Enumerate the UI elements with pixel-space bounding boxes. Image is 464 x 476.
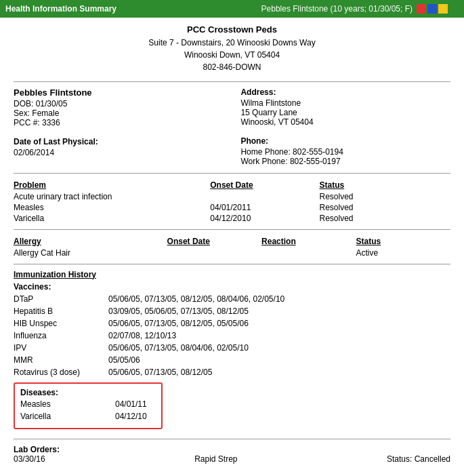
patient-addr1: Wilma Flintstone <box>240 98 450 108</box>
disease-date: 04/12/10 <box>115 412 147 421</box>
home-phone: Home Phone: 802-555-0194 <box>240 147 450 157</box>
col-header-allergy-status: Status <box>356 235 450 247</box>
table-row: Allergy Cat Hair Active <box>14 247 450 258</box>
patient-sex: Sex: Female <box>14 108 224 118</box>
diseases-box: Diseases: Measles 04/01/11 Varicella 04/… <box>14 382 163 429</box>
divider-3 <box>14 229 450 230</box>
lab-status: Status: Cancelled <box>387 454 450 464</box>
clinic-address2: Winooski Down, VT 05404 <box>14 49 450 61</box>
header-title: Health Information Summary <box>5 4 117 14</box>
color-boxes <box>417 4 459 14</box>
problem-onset: 04/12/2010 <box>210 213 319 224</box>
problems-table: Problem Onset Date Status Acute urinary … <box>14 179 450 224</box>
vaccine-dates: 05/06/05, 07/13/05, 08/12/05 <box>108 366 450 378</box>
divider-2 <box>14 173 450 174</box>
problem-name: Acute urinary tract infection <box>14 191 210 202</box>
color-box-blue <box>427 4 437 14</box>
list-item: Varicella 04/12/10 <box>20 412 156 421</box>
work-phone: Work Phone: 802-555-0197 <box>240 157 450 166</box>
patient-info: Pebbles Flintstone DOB: 01/30/05 Sex: Fe… <box>14 87 450 166</box>
vaccine-dates: 05/06/05, 07/13/05, 08/12/05, 05/05/06 <box>108 317 450 330</box>
last-physical: 02/06/2014 <box>14 148 224 157</box>
clinic-phone: 802-846-DOWN <box>14 61 450 73</box>
last-physical-label: Date of Last Physical: <box>14 137 224 146</box>
list-item: MMR 05/05/06 <box>14 354 450 366</box>
problem-name: Varicella <box>14 213 210 224</box>
col-header-onset: Onset Date <box>210 179 319 191</box>
disease-name: Measles <box>20 399 75 409</box>
list-item: IPV 05/06/05, 07/13/05, 08/04/06, 02/05/… <box>14 342 450 354</box>
problem-onset <box>210 191 319 202</box>
col-header-status: Status <box>320 179 451 191</box>
divider-4 <box>14 264 450 264</box>
lab-date: 03/30/16 <box>14 454 45 464</box>
disease-date: 04/01/11 <box>115 399 147 409</box>
problem-status: Resolved <box>320 202 451 213</box>
patient-left: Pebbles Flintstone DOB: 01/30/05 Sex: Fe… <box>14 87 224 166</box>
vaccine-name: Hepatitis B <box>14 305 108 317</box>
list-item: HIB Unspec 05/06/05, 07/13/05, 08/12/05,… <box>14 317 450 330</box>
list-item: Measles 04/01/11 <box>20 399 156 409</box>
table-row: Acute urinary tract infection Resolved <box>14 191 450 202</box>
col-header-problem: Problem <box>14 179 210 191</box>
clinic-info: PCC Crosstown Peds Suite 7 - Downstairs,… <box>14 23 450 73</box>
problem-onset: 04/01/2011 <box>210 202 319 213</box>
header-patient: Pebbles Flintstone (10 years; 01/30/05; … <box>261 4 413 14</box>
vaccines-sublabel: Vaccines: <box>14 282 450 292</box>
immunization-section: Immunization History Vaccines: DTaP 05/0… <box>14 270 450 433</box>
patient-addr3: Winooski, VT 05404 <box>240 117 450 127</box>
disease-name: Varicella <box>20 412 75 421</box>
color-box-green <box>449 4 459 14</box>
col-header-allergy-onset: Onset Date <box>167 235 261 247</box>
vaccine-name: Rotavirus (3 dose) <box>14 366 108 378</box>
immunization-title: Immunization History <box>14 270 450 279</box>
vaccine-name: HIB Unspec <box>14 317 108 330</box>
color-box-red <box>417 4 426 14</box>
list-item: Rotavirus (3 dose) 05/06/05, 07/13/05, 0… <box>14 366 450 378</box>
clinic-name: PCC Crosstown Peds <box>14 23 450 37</box>
patient-pcc: PCC #: 3336 <box>14 118 224 127</box>
color-box-yellow <box>438 4 448 14</box>
vaccine-dates: 02/07/08, 12/10/13 <box>108 330 450 342</box>
vaccine-name: MMR <box>14 354 108 366</box>
vaccine-dates: 05/05/06 <box>108 354 450 366</box>
lab-orders-section: Lab Orders: 03/30/16 Rapid Strep Status:… <box>14 445 450 464</box>
vaccines-table: DTaP 05/06/05, 07/13/05, 08/12/05, 08/04… <box>14 293 450 378</box>
list-item: 03/30/16 Rapid Strep Status: Cancelled <box>14 454 450 464</box>
list-item: DTaP 05/06/05, 07/13/05, 08/12/05, 08/04… <box>14 293 450 305</box>
problem-status: Resolved <box>320 191 451 202</box>
vaccine-name: Influenza <box>14 330 108 342</box>
col-header-allergy: Allergy <box>14 235 167 247</box>
table-row: Varicella 04/12/2010 Resolved <box>14 213 450 224</box>
main-content: PCC Crosstown Peds Suite 7 - Downstairs,… <box>0 18 464 469</box>
allergies-table: Allergy Onset Date Reaction Status Aller… <box>14 235 450 258</box>
vaccine-dates: 03/09/05, 05/06/05, 07/13/05, 08/12/05 <box>108 305 450 317</box>
problem-name: Measles <box>14 202 210 213</box>
patient-dob: DOB: 01/30/05 <box>14 99 224 108</box>
problem-status: Resolved <box>320 213 451 224</box>
address-label: Address: <box>240 87 450 97</box>
table-row: Measles 04/01/2011 Resolved <box>14 202 450 213</box>
patient-name: Pebbles Flintstone <box>14 87 224 98</box>
phone-label: Phone: <box>240 136 450 146</box>
allergy-onset <box>167 247 261 258</box>
list-item: Influenza 02/07/08, 12/10/13 <box>14 330 450 342</box>
vaccine-dates: 05/06/05, 07/13/05, 08/04/06, 02/05/10 <box>108 342 450 354</box>
allergy-name: Allergy Cat Hair <box>14 247 167 258</box>
patient-addr2: 15 Quarry Lane <box>240 108 450 117</box>
col-header-reaction: Reaction <box>261 235 356 247</box>
lab-name: Rapid Strep <box>194 454 237 464</box>
divider-1 <box>14 81 450 82</box>
diseases-title: Diseases: <box>20 388 156 397</box>
vaccine-dates: 05/06/05, 07/13/05, 08/12/05, 08/04/06, … <box>108 293 450 305</box>
vaccine-name: DTaP <box>14 293 108 305</box>
divider-5 <box>14 439 450 439</box>
list-item: Hepatitis B 03/09/05, 05/06/05, 07/13/05… <box>14 305 450 317</box>
header-bar: Health Information Summary Pebbles Flint… <box>0 0 464 18</box>
allergy-status: Active <box>356 247 450 258</box>
vaccine-name: IPV <box>14 342 108 354</box>
allergy-reaction <box>261 247 356 258</box>
header-right: Pebbles Flintstone (10 years; 01/30/05; … <box>261 4 459 14</box>
clinic-address1: Suite 7 - Downstairs, 20 Winooski Downs … <box>14 37 450 49</box>
lab-orders-title: Lab Orders: <box>14 445 60 454</box>
